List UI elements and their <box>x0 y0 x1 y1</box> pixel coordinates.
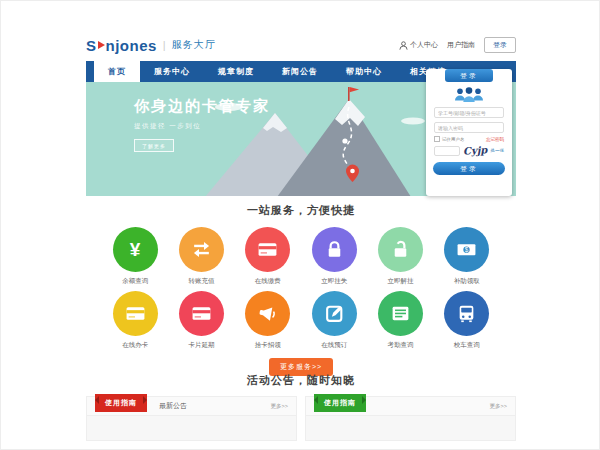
login-submit-button[interactable]: 登录 <box>433 162 505 175</box>
header-login-button[interactable]: 登录 <box>484 37 516 53</box>
announcements-section: 活动公告，随时知晓 使用指南 最新公告 更多>> 使用指南 更多>> <box>86 366 516 450</box>
hero-cta-button[interactable]: 了解更多 <box>134 139 174 152</box>
left-more-link[interactable]: 更多>> <box>271 403 288 410</box>
remember-label: 记住用户名 <box>442 137 465 142</box>
forgot-password-link[interactable]: 忘记密码 <box>486 137 504 142</box>
login-tab[interactable]: 登录 <box>445 69 493 82</box>
header-links: 个人中心 用户指南 登录 <box>399 37 516 53</box>
service-school-bus-inquiry[interactable]: 校车查询 <box>434 291 500 350</box>
logo-separator: | <box>163 39 166 51</box>
nav-item-rules[interactable]: 规章制度 <box>204 61 268 82</box>
latest-announcements-tab[interactable]: 最新公告 <box>159 401 187 411</box>
service-subsidy-collection[interactable]: $ 补助领取 <box>434 227 500 286</box>
mountain-illustration <box>194 85 444 196</box>
service-report-loss[interactable]: 立即挂失 <box>301 227 367 286</box>
service-online-payment[interactable]: 在线缴费 <box>235 227 301 286</box>
service-online-booking[interactable]: 在线预订 <box>301 291 367 350</box>
nav-item-news[interactable]: 新闻公告 <box>268 61 332 82</box>
captcha-refresh-link[interactable]: 换一张 <box>490 148 504 153</box>
logo: Snjones | 服务大厅 <box>86 37 216 54</box>
services-section: 一站服务，方便快捷 ¥ 余额查询 转账充值 在线缴费 <box>86 196 516 366</box>
user-icon <box>399 41 408 50</box>
list-icon <box>378 291 423 336</box>
bus-icon <box>444 291 489 336</box>
remember-checkbox[interactable] <box>434 136 440 142</box>
service-found-card-claim[interactable]: 拾卡招领 <box>235 291 301 350</box>
usage-guide-ribbon[interactable]: 使用指南 <box>314 394 366 412</box>
announcements-title: 活动公告，随时知晓 <box>86 366 516 388</box>
announcement-panel-left: 使用指南 最新公告 更多>> <box>86 396 297 441</box>
captcha-image[interactable]: Cyjp <box>463 144 488 157</box>
logo-wordmark: Snjones <box>86 37 157 54</box>
edit-icon <box>312 291 357 336</box>
services-title: 一站服务，方便快捷 <box>86 196 516 218</box>
page: Snjones | 服务大厅 个人中心 用户指南 登录 首页 服务中心 规章制度… <box>0 0 600 450</box>
announcement-panel-right: 使用指南 更多>> <box>305 396 516 441</box>
password-input[interactable] <box>434 122 504 133</box>
service-card-extension[interactable]: 卡片延期 <box>168 291 234 350</box>
login-options-row: 记住用户名 忘记密码 <box>434 136 504 142</box>
right-panel-header: 使用指南 更多>> <box>305 396 516 416</box>
user-guide-link[interactable]: 用户指南 <box>447 40 475 50</box>
svg-text:$: $ <box>465 246 469 253</box>
site-header: Snjones | 服务大厅 个人中心 用户指南 登录 <box>86 29 516 61</box>
service-online-card-application[interactable]: 在线办卡 <box>102 291 168 350</box>
logo-tagline: 服务大厅 <box>172 38 216 52</box>
usage-guide-ribbon[interactable]: 使用指南 <box>95 394 147 412</box>
unlock-icon <box>378 227 423 272</box>
users-icon <box>452 86 486 103</box>
transfer-icon <box>179 227 224 272</box>
left-panel-body <box>86 416 297 441</box>
nav-item-home[interactable]: 首页 <box>94 61 140 82</box>
service-unfreeze-card[interactable]: 立即解挂 <box>367 227 433 286</box>
captcha-row: Cyjp 换一张 <box>434 145 504 156</box>
announcement-panels: 使用指南 最新公告 更多>> 使用指南 更多>> <box>86 396 516 441</box>
nav-item-service-center[interactable]: 服务中心 <box>140 61 204 82</box>
nav-item-help-center[interactable]: 帮助中心 <box>332 61 396 82</box>
banknote-icon: $ <box>444 227 489 272</box>
megaphone-icon <box>245 291 290 336</box>
service-grid: ¥ 余额查询 转账充值 在线缴费 立即挂失 <box>86 218 516 355</box>
service-transfer-recharge[interactable]: 转账充值 <box>168 227 234 286</box>
username-input[interactable] <box>434 107 504 118</box>
service-attendance-inquiry[interactable]: 考勤查询 <box>367 291 433 350</box>
card-icon <box>179 291 224 336</box>
yen-icon: ¥ <box>113 227 158 272</box>
login-panel: 登录 记住用户名 忘记密码 Cyjp 换一张 登录 <box>426 69 512 196</box>
card-icon <box>113 291 158 336</box>
captcha-input[interactable] <box>434 146 460 156</box>
lock-icon <box>312 227 357 272</box>
right-panel-body <box>305 416 516 441</box>
left-panel-header: 使用指南 最新公告 更多>> <box>86 396 297 416</box>
logo-arrow-icon <box>98 41 105 49</box>
service-balance-inquiry[interactable]: ¥ 余额查询 <box>102 227 168 286</box>
right-more-link[interactable]: 更多>> <box>490 403 507 410</box>
card-icon <box>245 227 290 272</box>
personal-center-link[interactable]: 个人中心 <box>399 40 438 50</box>
